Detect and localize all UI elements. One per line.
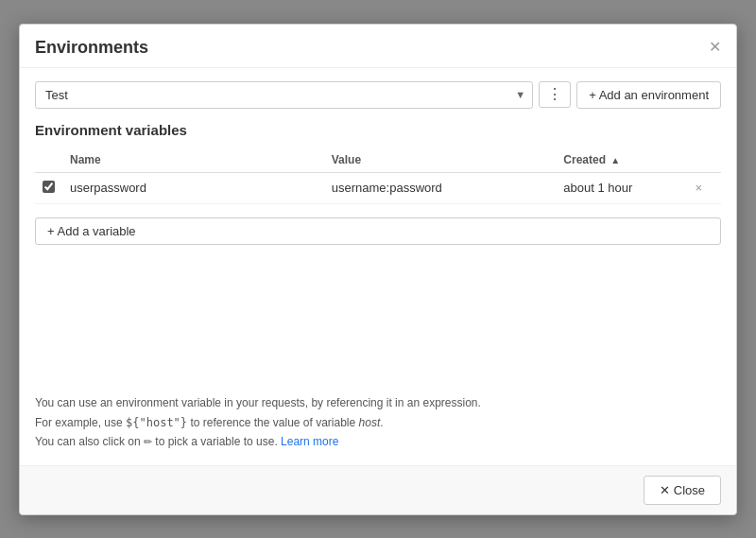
row-delete-button[interactable]: × <box>696 181 703 195</box>
environment-select[interactable]: Test Development Production <box>35 81 533 109</box>
env-select-wrapper: Test Development Production ▼ <box>35 81 533 109</box>
row-created: about 1 hour <box>556 172 687 203</box>
col-name-header: Name <box>62 148 324 173</box>
pencil-icon: ✏ <box>144 433 152 451</box>
col-action-header <box>688 148 721 173</box>
help-line1: You can use an environment variable in y… <box>35 393 721 412</box>
col-value-header: Value <box>324 148 557 173</box>
help-text: You can use an environment variable in y… <box>35 378 721 451</box>
env-menu-button[interactable]: ⋮ <box>539 81 571 108</box>
sort-arrow-icon: ▲ <box>610 155 620 165</box>
environments-dialog: Environments ✕ Test Development Producti… <box>19 24 737 515</box>
dialog-header: Environments ✕ <box>20 25 736 68</box>
add-environment-button[interactable]: + Add an environment <box>576 81 721 109</box>
table-row: userpasswordusername:passwordabout 1 hou… <box>35 172 721 203</box>
variables-table: Name Value Created ▲ userpasswordusernam… <box>35 148 721 204</box>
help-line3: You can also click on ✏ to pick a variab… <box>35 432 721 451</box>
env-selector-row: Test Development Production ▼ ⋮ + Add an… <box>35 81 721 109</box>
dialog-title: Environments <box>35 38 148 58</box>
help-line2: For example, use ${"host"} to reference … <box>35 413 721 432</box>
add-variable-button[interactable]: + Add a variable <box>35 217 721 245</box>
col-created-header[interactable]: Created ▲ <box>556 148 687 173</box>
row-checkbox-cell <box>35 172 62 203</box>
dialog-body: Test Development Production ▼ ⋮ + Add an… <box>20 68 736 465</box>
row-checkbox[interactable] <box>43 181 55 193</box>
dialog-close-x-button[interactable]: ✕ <box>709 40 721 55</box>
learn-more-link[interactable]: Learn more <box>281 435 338 448</box>
close-button[interactable]: ✕ Close <box>644 476 721 505</box>
col-checkbox-header <box>35 148 62 173</box>
help-code-expression: ${"host"} <box>126 416 187 429</box>
row-action-cell: × <box>688 172 721 203</box>
dialog-footer: ✕ Close <box>20 465 736 514</box>
help-var-name: host <box>359 416 381 429</box>
variables-body: userpasswordusername:passwordabout 1 hou… <box>35 172 721 203</box>
section-title: Environment variables <box>35 122 721 138</box>
row-name: userpassword <box>62 172 324 203</box>
row-value: username:password <box>324 172 557 203</box>
